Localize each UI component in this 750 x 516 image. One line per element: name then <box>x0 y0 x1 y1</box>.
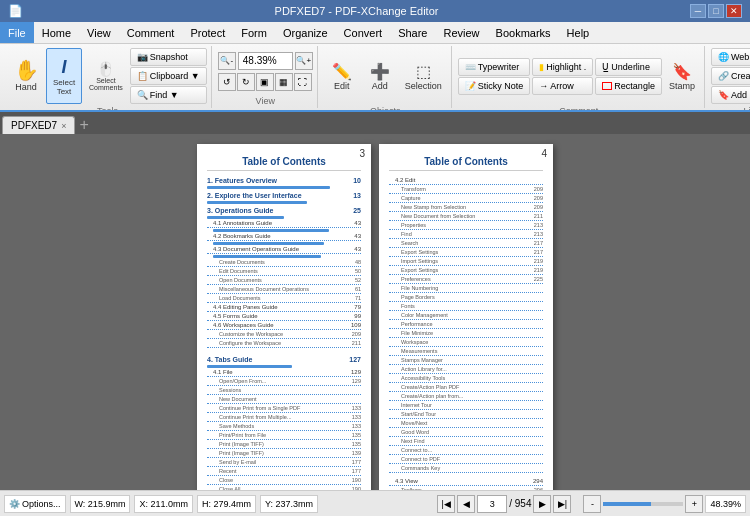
stamp-button[interactable]: 🔖 Stamp <box>664 48 700 104</box>
toc-sub-file: 4.1 File129 <box>207 369 361 377</box>
page-left-title: Table of Contents <box>207 156 361 171</box>
next-page-button[interactable]: ▶ <box>533 495 551 513</box>
menu-help[interactable]: Help <box>559 22 598 43</box>
prev-page-button[interactable]: ◀ <box>457 495 475 513</box>
toc-section-2: 2. Explore the User Interface13 <box>207 192 361 200</box>
toc-section-4: 4. Tabs Guide127 <box>207 356 361 364</box>
rotate-left-button[interactable]: ↺ <box>218 73 236 91</box>
layout-double-button[interactable]: ▦ <box>275 73 293 91</box>
zoom-in-button[interactable]: 🔍+ <box>295 52 313 70</box>
last-page-button[interactable]: ▶| <box>553 495 571 513</box>
zoom-out-status-button[interactable]: - <box>583 495 601 513</box>
rotate-right-button[interactable]: ↻ <box>237 73 255 91</box>
new-tab-button[interactable]: + <box>75 116 92 134</box>
clipboard-label: Clipboard ▼ <box>150 71 200 81</box>
menu-convert[interactable]: Convert <box>336 22 391 43</box>
select-text-icon: I <box>61 57 66 78</box>
document-tab[interactable]: PDFXED7 × <box>2 116 75 134</box>
highlight-button[interactable]: ▮ Highlight . <box>532 58 593 76</box>
zoom-percentage: 48.39% <box>705 495 746 513</box>
create-link-button[interactable]: 🔗 Create Link <box>711 67 750 85</box>
selection-label: Selection <box>405 81 442 91</box>
menu-bar: File Home View Comment Protect Form Orga… <box>0 22 750 44</box>
page-right-number: 4 <box>541 148 547 159</box>
toc-sub-cust: Customize the Workspace209 <box>207 331 361 339</box>
ribbon-group-view: 🔍- 48.39% 🔍+ ↺ ↻ ▣ ▦ ⛶ View <box>214 46 318 108</box>
menu-protect[interactable]: Protect <box>182 22 233 43</box>
close-button[interactable]: ✕ <box>726 4 742 18</box>
layout-single-button[interactable]: ▣ <box>256 73 274 91</box>
toc-sub-44: 4.4 Editing Panes Guide79 <box>207 304 361 312</box>
web-links-icon: 🌐 <box>718 52 729 62</box>
page-input[interactable] <box>477 495 507 513</box>
full-screen-button[interactable]: ⛶ <box>294 73 312 91</box>
arrow-button[interactable]: → Arrow <box>532 77 593 95</box>
add-button[interactable]: ➕ Add <box>362 48 398 104</box>
toc-sub-open: Open Documents52 <box>207 277 361 285</box>
sticky-note-button[interactable]: 📝 Sticky Note <box>458 77 531 95</box>
edit-icon: ✏️ <box>332 62 352 81</box>
edit-button[interactable]: ✏️ Edit <box>324 48 360 104</box>
menu-comment[interactable]: Comment <box>119 22 183 43</box>
toc-sub-43: 4.3 Document Operations Guide43 <box>207 246 361 254</box>
toc-section-1: 1. Features Overview10 <box>207 177 361 185</box>
ribbon-group-comment: ⌨️ Typewriter 📝 Sticky Note ▮ Highlight … <box>454 46 705 108</box>
web-links-button[interactable]: 🌐 Web Links ▼ <box>711 48 750 66</box>
menu-review[interactable]: Review <box>435 22 487 43</box>
snapshot-button[interactable]: 📷 Snapshot <box>130 48 207 66</box>
zoom-out-button[interactable]: 🔍- <box>218 52 236 70</box>
underline-button[interactable]: U̲ Underline <box>595 58 662 76</box>
toc-sub-41: 4.1 Annotations Guide43 <box>207 220 361 228</box>
rectangle-icon <box>602 82 612 90</box>
menu-share[interactable]: Share <box>390 22 435 43</box>
selection-icon: ⬚ <box>416 62 431 81</box>
add-bookmark-button[interactable]: 🔖 Add Bookmark <box>711 86 750 104</box>
tab-close-button[interactable]: × <box>61 121 66 131</box>
menu-organize[interactable]: Organize <box>275 22 336 43</box>
toc-section-3: 3. Operations Guide25 <box>207 207 361 215</box>
highlight-icon: ▮ <box>539 62 544 72</box>
zoom-display: 48.39% <box>238 52 293 70</box>
menu-home[interactable]: Home <box>34 22 79 43</box>
menu-form[interactable]: Form <box>233 22 275 43</box>
toc-sub-46: 4.6 Workspaces Guide109 <box>207 322 361 330</box>
options-icon: ⚙️ <box>9 499 20 509</box>
coords-w: W: 215.9mm <box>70 495 131 513</box>
zoom-slider[interactable] <box>603 502 683 506</box>
select-text-button[interactable]: I SelectText <box>46 48 82 104</box>
select-comments-label: SelectComments <box>89 77 123 91</box>
ribbon: ✋ Hand I SelectText 🖱️ SelectComments 📷 … <box>0 44 750 112</box>
rectangle-label: Rectangle <box>614 81 655 91</box>
page-right-title: Table of Contents <box>389 156 543 171</box>
find-label: Find ▼ <box>150 90 179 100</box>
find-button[interactable]: 🔍 Find ▼ <box>130 86 207 104</box>
window-title: PDFXED7 - PDF-XChange Editor <box>23 5 690 17</box>
toc-sub-45: 4.5 Forms Guide99 <box>207 313 361 321</box>
hand-label: Hand <box>15 82 37 92</box>
create-link-icon: 🔗 <box>718 71 729 81</box>
options-label: Options... <box>22 499 61 509</box>
typewriter-button[interactable]: ⌨️ Typewriter <box>458 58 531 76</box>
first-page-button[interactable]: |◀ <box>437 495 455 513</box>
hand-button[interactable]: ✋ Hand <box>8 48 44 104</box>
selection-button[interactable]: ⬚ Selection <box>400 48 447 104</box>
tools-small-buttons: 📷 Snapshot 📋 Clipboard ▼ 🔍 Find ▼ <box>130 48 207 104</box>
rectangle-button[interactable]: Rectangle <box>595 77 662 95</box>
zoom-in-status-button[interactable]: + <box>685 495 703 513</box>
maximize-button[interactable]: □ <box>708 4 724 18</box>
select-comments-button[interactable]: 🖱️ SelectComments <box>84 48 128 104</box>
menu-bookmarks[interactable]: Bookmarks <box>488 22 559 43</box>
minimize-button[interactable]: ─ <box>690 4 706 18</box>
snapshot-icon: 📷 <box>137 52 148 62</box>
ribbon-group-objects: ✏️ Edit ➕ Add ⬚ Selection Objects <box>320 46 452 108</box>
select-text-label: SelectText <box>53 78 75 96</box>
toc-sub-edit: Edit Documents50 <box>207 268 361 276</box>
clipboard-button[interactable]: 📋 Clipboard ▼ <box>130 67 207 85</box>
app-icon: 📄 <box>8 4 23 18</box>
options-button[interactable]: ⚙️ Options... <box>4 495 66 513</box>
page-sep: / 954 <box>509 498 531 509</box>
menu-file[interactable]: File <box>0 22 34 43</box>
menu-view[interactable]: View <box>79 22 119 43</box>
toc-right-43: 4.3 View294 <box>389 478 543 486</box>
typewriter-label: Typewriter <box>478 62 520 72</box>
